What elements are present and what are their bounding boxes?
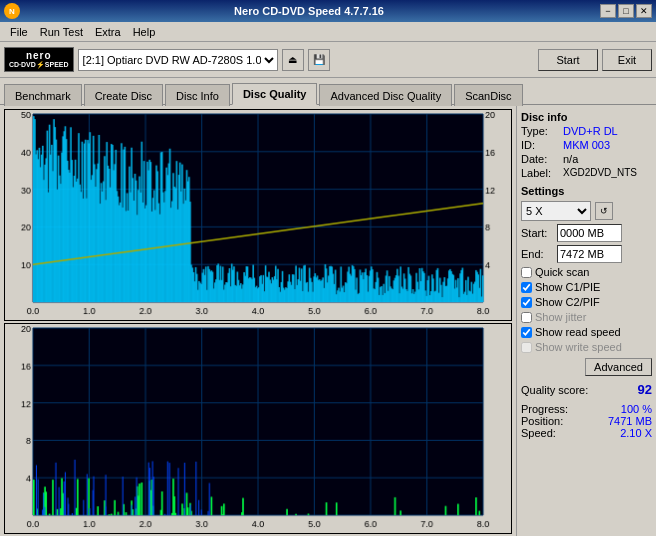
speed-select[interactable]: 5 X Max 4 X 2 X 1 X <box>521 201 591 221</box>
id-value: MKM 003 <box>563 139 610 151</box>
menu-help[interactable]: Help <box>127 24 162 40</box>
end-label: End: <box>521 248 553 260</box>
disc-label-row: Label: XGD2DVD_NTS <box>521 167 652 179</box>
progress-label: Progress: <box>521 403 568 415</box>
show-jitter-label: Show jitter <box>535 311 586 323</box>
type-value: DVD+R DL <box>563 125 618 137</box>
date-value: n/a <box>563 153 578 165</box>
end-input[interactable] <box>557 245 622 263</box>
quality-score: 92 <box>638 382 652 397</box>
close-button[interactable]: ✕ <box>636 4 652 18</box>
quick-scan-row: Quick scan <box>521 266 652 278</box>
right-panel: Disc info Type: DVD+R DL ID: MKM 003 Dat… <box>516 105 656 536</box>
end-input-row: End: <box>521 245 652 263</box>
quick-scan-label: Quick scan <box>535 266 589 278</box>
position-row: Position: 7471 MB <box>521 415 652 427</box>
show-jitter-row: Show jitter <box>521 311 652 323</box>
speed-label: Speed: <box>521 427 556 439</box>
progress-row: Progress: 100 % <box>521 403 652 415</box>
show-read-speed-checkbox[interactable] <box>521 327 532 338</box>
drive-select[interactable]: [2:1] Optiarc DVD RW AD-7280S 1.01 <box>78 49 278 71</box>
speed-value: 2.10 X <box>620 427 652 439</box>
show-read-speed-label: Show read speed <box>535 326 621 338</box>
toolbar-save-button[interactable]: 💾 <box>308 49 330 71</box>
advanced-button[interactable]: Advanced <box>585 358 652 376</box>
start-input[interactable] <box>557 224 622 242</box>
progress-value: 100 % <box>621 403 652 415</box>
start-input-row: Start: <box>521 224 652 242</box>
main-area: Disc info Type: DVD+R DL ID: MKM 003 Dat… <box>0 104 656 536</box>
speed-row: 5 X Max 4 X 2 X 1 X ↺ <box>521 201 652 221</box>
pie-chart <box>4 109 512 321</box>
show-c1-checkbox[interactable] <box>521 282 532 293</box>
show-write-speed-row: Show write speed <box>521 341 652 353</box>
progress-section: Progress: 100 % Position: 7471 MB Speed:… <box>521 403 652 439</box>
show-read-speed-row: Show read speed <box>521 326 652 338</box>
disc-type-row: Type: DVD+R DL <box>521 125 652 137</box>
menu-run-test[interactable]: Run Test <box>34 24 89 40</box>
menu-file[interactable]: File <box>4 24 34 40</box>
chart-area <box>0 105 516 536</box>
tab-disc-quality[interactable]: Disc Quality <box>232 83 318 105</box>
disc-info-title: Disc info <box>521 111 652 123</box>
menu-bar: File Run Test Extra Help <box>0 22 656 42</box>
show-c2-label: Show C2/PIF <box>535 296 600 308</box>
date-label: Date: <box>521 153 559 165</box>
type-label: Type: <box>521 125 559 137</box>
show-write-speed-checkbox[interactable] <box>521 342 532 353</box>
exit-button[interactable]: Exit <box>602 49 652 71</box>
maximize-button[interactable]: □ <box>618 4 634 18</box>
show-c1-row: Show C1/PIE <box>521 281 652 293</box>
tabs: Benchmark Create Disc Disc Info Disc Qua… <box>0 78 656 104</box>
menu-extra[interactable]: Extra <box>89 24 127 40</box>
toolbar-eject-button[interactable]: ⏏ <box>282 49 304 71</box>
nero-logo: nero CD·DVD⚡SPEED <box>4 47 74 72</box>
quality-label: Quality score: <box>521 384 588 396</box>
show-jitter-checkbox[interactable] <box>521 312 532 323</box>
quality-row: Quality score: 92 <box>521 382 652 397</box>
title-bar: N Nero CD-DVD Speed 4.7.7.16 − □ ✕ <box>0 0 656 22</box>
id-label: ID: <box>521 139 559 151</box>
position-value: 7471 MB <box>608 415 652 427</box>
settings-title: Settings <box>521 185 652 197</box>
disc-date-row: Date: n/a <box>521 153 652 165</box>
toolbar: nero CD·DVD⚡SPEED [2:1] Optiarc DVD RW A… <box>0 42 656 78</box>
refresh-button[interactable]: ↺ <box>595 202 613 220</box>
label-value: XGD2DVD_NTS <box>563 167 637 179</box>
tab-advanced-disc-quality[interactable]: Advanced Disc Quality <box>319 84 452 106</box>
quick-scan-checkbox[interactable] <box>521 267 532 278</box>
tab-create-disc[interactable]: Create Disc <box>84 84 163 106</box>
position-label: Position: <box>521 415 563 427</box>
tab-benchmark[interactable]: Benchmark <box>4 84 82 106</box>
speed-row-progress: Speed: 2.10 X <box>521 427 652 439</box>
show-c2-row: Show C2/PIF <box>521 296 652 308</box>
tab-disc-info[interactable]: Disc Info <box>165 84 230 106</box>
show-c2-checkbox[interactable] <box>521 297 532 308</box>
tab-scan-disc[interactable]: ScanDisc <box>454 84 522 106</box>
app-icon: N <box>4 3 20 19</box>
start-button[interactable]: Start <box>538 49 598 71</box>
title-text: Nero CD-DVD Speed 4.7.7.16 <box>20 5 598 17</box>
start-label: Start: <box>521 227 553 239</box>
show-write-speed-label: Show write speed <box>535 341 622 353</box>
label-label: Label: <box>521 167 559 179</box>
disc-id-row: ID: MKM 003 <box>521 139 652 151</box>
minimize-button[interactable]: − <box>600 4 616 18</box>
pif-chart <box>4 323 512 535</box>
show-c1-label: Show C1/PIE <box>535 281 600 293</box>
